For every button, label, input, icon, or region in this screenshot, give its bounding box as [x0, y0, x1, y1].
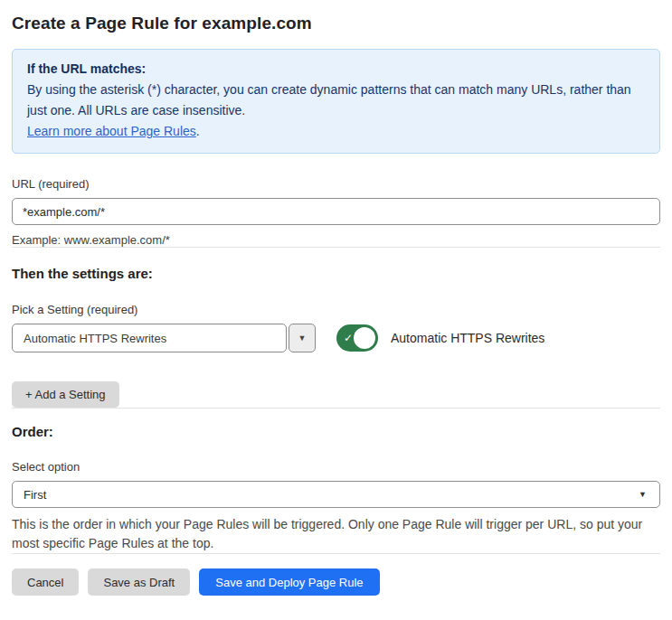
- setting-picker-value[interactable]: Automatic HTTPS Rewrites: [12, 324, 287, 352]
- chevron-down-icon: ▼: [639, 490, 647, 499]
- create-page-rule-panel: Create a Page Rule for example.com If th…: [0, 0, 672, 620]
- save-and-deploy-button[interactable]: Save and Deploy Page Rule: [199, 568, 379, 596]
- link-period: .: [196, 124, 200, 138]
- order-select-label: Select option: [12, 460, 660, 474]
- save-as-draft-button[interactable]: Save as Draft: [88, 568, 190, 596]
- learn-more-link[interactable]: Learn more about Page Rules: [27, 124, 196, 138]
- add-setting-button[interactable]: + Add a Setting: [12, 381, 119, 408]
- divider: [12, 553, 660, 554]
- order-select[interactable]: First ▼: [12, 481, 660, 508]
- divider: [12, 247, 660, 248]
- footer-actions: Cancel Save as Draft Save and Deploy Pag…: [12, 568, 660, 596]
- settings-section-heading: Then the settings are:: [12, 266, 660, 281]
- url-match-info-box: If the URL matches: By using the asteris…: [12, 49, 660, 154]
- toggle-knob: [354, 327, 375, 349]
- url-input[interactable]: [12, 198, 660, 225]
- info-box-heading: If the URL matches:: [27, 59, 645, 80]
- setting-picker: Automatic HTTPS Rewrites ▼: [12, 324, 316, 352]
- info-box-link-line: Learn more about Page Rules.: [27, 121, 645, 142]
- info-box-body: By using the asterisk (*) character, you…: [27, 80, 645, 121]
- divider: [12, 408, 660, 409]
- url-field-label: URL (required): [12, 177, 660, 191]
- toggle-label: Automatic HTTPS Rewrites: [391, 331, 544, 345]
- pick-setting-label: Pick a Setting (required): [12, 303, 660, 316]
- automatic-https-rewrites-toggle[interactable]: ✓: [336, 324, 378, 352]
- page-title: Create a Page Rule for example.com: [12, 14, 660, 33]
- cancel-button[interactable]: Cancel: [12, 568, 79, 596]
- chevron-down-icon: ▼: [298, 333, 307, 343]
- setting-row: Automatic HTTPS Rewrites ▼ ✓ Automatic H…: [12, 324, 660, 352]
- order-section-heading: Order:: [12, 424, 660, 439]
- order-select-value: First: [24, 488, 639, 502]
- order-helper-text: This is the order in which your Page Rul…: [12, 515, 660, 553]
- check-icon: ✓: [344, 331, 353, 345]
- setting-picker-dropdown-button[interactable]: ▼: [289, 324, 316, 352]
- url-example-helper: Example: www.example.com/*: [12, 233, 660, 247]
